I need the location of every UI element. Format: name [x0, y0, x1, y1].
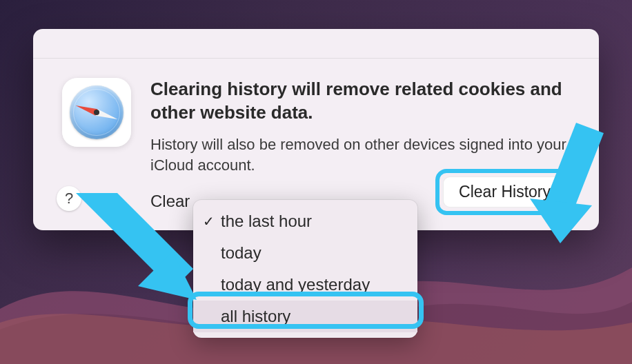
annotation-arrow-left	[55, 186, 200, 310]
dropdown-option-today-yesterday[interactable]: today and yesterday	[193, 269, 417, 301]
dialog-title: Clearing history will remove related coo…	[150, 78, 570, 125]
dropdown-option-all-history[interactable]: all history	[193, 301, 417, 332]
compass-icon	[70, 85, 124, 139]
checkmark-icon: ✓	[203, 213, 221, 230]
clear-range-dropdown[interactable]: ✓ the last hour today today and yesterda…	[193, 200, 417, 338]
dropdown-option-label: today and yesterday	[221, 275, 370, 294]
dropdown-option-label: today	[221, 243, 261, 263]
dropdown-option-label: the last hour	[221, 212, 312, 231]
dropdown-option-last-hour[interactable]: ✓ the last hour	[193, 205, 417, 237]
annotation-arrow-right	[511, 123, 607, 247]
dropdown-option-today[interactable]: today	[193, 237, 417, 269]
svg-marker-3	[530, 199, 592, 243]
dropdown-option-label: all history	[221, 307, 290, 326]
safari-app-icon	[62, 78, 131, 147]
svg-marker-2	[545, 123, 604, 212]
